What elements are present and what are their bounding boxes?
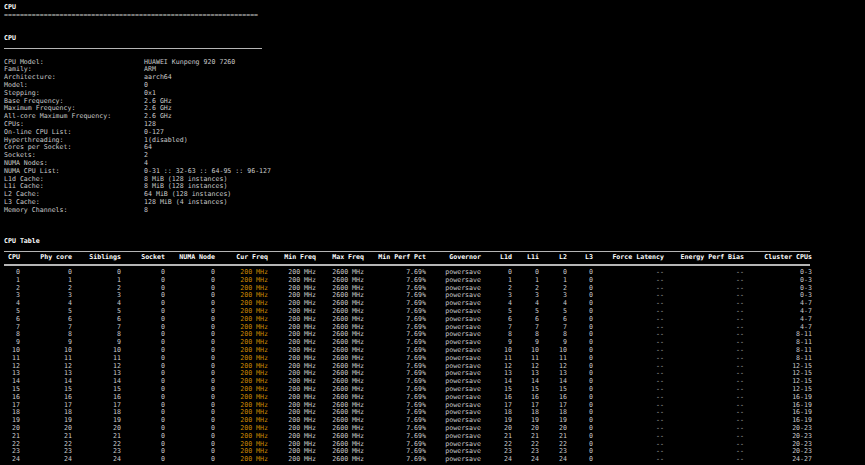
cpu-table-cell: -- <box>593 425 664 433</box>
cpu-info-field-label: All-core Maximum Frequency: <box>4 113 144 121</box>
cpu-table-cell: -- <box>664 269 744 277</box>
cpu-table-cell: -- <box>664 409 744 417</box>
cpu-info-field-value: 64 <box>144 143 152 151</box>
cpu-info-field: NUMA CPU List:0-31 :: 32-63 :: 64-95 :: … <box>4 168 865 176</box>
cpu-table-cell: 24 <box>539 456 567 464</box>
cpu-table-cell: -- <box>593 386 664 394</box>
terminal-output: CPU ====================================… <box>0 0 865 464</box>
cpu-info-field: Maximum Frequency:2.6 GHz <box>4 105 865 113</box>
cpu-table-header-cell: Cur Freq <box>215 254 268 262</box>
cpu-table-cell: -- <box>664 386 744 394</box>
cpu-table-cell: -- <box>593 433 664 441</box>
cpu-table-cell: -- <box>664 331 744 339</box>
blank-line <box>4 27 865 35</box>
cpu-table-cell: 24 <box>4 456 20 464</box>
cpu-table-cell: 24 <box>512 456 539 464</box>
cpu-table-cell: -- <box>664 441 744 449</box>
cpu-table-cell: -- <box>664 394 744 402</box>
cpu-info-field-value: aarch64 <box>144 73 172 81</box>
cpu-table-cell: 0 <box>121 402 165 410</box>
cpu-table-cell: 8 <box>72 331 121 339</box>
cpu-table-cell: -- <box>664 363 744 371</box>
cpu-table-cell: 0 <box>165 300 215 308</box>
cpu-table-cell: -- <box>593 285 664 293</box>
banner-separator: ========================================… <box>4 12 865 20</box>
cpu-info-field-value: 2.6 GHz <box>144 97 172 105</box>
cpu-table-cell: 0 <box>165 433 215 441</box>
cpu-table-cell: -- <box>664 285 744 293</box>
cpu-table-cell: 0 <box>121 433 165 441</box>
cpu-table-cell: 24 <box>20 456 72 464</box>
cpu-table-cell: -- <box>664 370 744 378</box>
cpu-info-field-value: 0x1 <box>144 89 156 97</box>
cpu-table-cell: 0 <box>165 441 215 449</box>
cpu-info-field-value: 64 MiB (128 instances) <box>144 190 231 198</box>
cpu-table-cell: -- <box>664 355 744 363</box>
cpu-table-header-cell: L3 <box>567 254 593 262</box>
cpu-table-cell: 0 <box>165 409 215 417</box>
cpu-table-cell: 7 <box>20 324 72 332</box>
cpu-table-cell: -- <box>593 339 664 347</box>
blank-line <box>4 51 865 59</box>
cpu-info-field-value: ARM <box>144 65 156 73</box>
cpu-info-field-value: 8 MiB (128 instances) <box>144 182 227 190</box>
cpu-table-cell: 0 <box>165 347 215 355</box>
cpu-table-section-title: CPU Table <box>4 238 865 246</box>
cpu-info-field: Hyperthreading:1(disabled) <box>4 137 865 145</box>
cpu-table-cell: powersave <box>426 456 481 464</box>
cpu-info-field-value: 0-31 :: 32-63 :: 64-95 :: 96-127 <box>144 167 271 175</box>
cpu-info-field: L2 Cache:64 MiB (128 instances) <box>4 191 865 199</box>
cpu-table-cell: -- <box>593 402 664 410</box>
cpu-table-cell: 0 <box>567 456 593 464</box>
cpu-table-cell: -- <box>664 308 744 316</box>
cpu-table-cell: -- <box>593 308 664 316</box>
cpu-table-cell: 1 <box>20 277 72 285</box>
cpu-table-cell: 0 <box>165 316 215 324</box>
cpu-table-cell: 0 <box>121 324 165 332</box>
cpu-table-cell: 0 <box>165 386 215 394</box>
cpu-info-field: Base Frequency:2.6 GHz <box>4 98 865 106</box>
cpu-table-header-cell: L1d <box>481 254 512 262</box>
cpu-info-field: CPUs:128 <box>4 121 865 129</box>
cpu-table-cell: -- <box>664 417 744 425</box>
blank-line <box>4 215 865 223</box>
cpu-table-cell: 200 MHz <box>215 456 268 464</box>
cpu-table-cell: 8 <box>20 331 72 339</box>
cpu-table-header-cell: Energy Perf Bias <box>664 254 744 262</box>
cpu-table-cell: 4 <box>72 300 121 308</box>
cpu-info-field-value: 2 <box>144 151 148 159</box>
cpu-table-cell: -- <box>664 425 744 433</box>
cpu-table-cell: 0 <box>165 394 215 402</box>
cpu-table-cell: 0 <box>165 370 215 378</box>
cpu-info-field-value: 2.6 GHz <box>144 112 172 120</box>
cpu-info-field: L3 Cache:128 MiB (4 instances) <box>4 199 865 207</box>
cpu-table-header-cell: Phy core <box>20 254 72 262</box>
cpu-table-cell: 0 <box>20 269 72 277</box>
cpu-info-field: NUMA Nodes:4 <box>4 160 865 168</box>
cpu-table-cell: -- <box>593 363 664 371</box>
cpu-info-field-value: 8 <box>144 206 148 214</box>
cpu-table-cell: -- <box>664 402 744 410</box>
cpu-info-field: L1d Cache:8 MiB (128 instances) <box>4 176 865 184</box>
cpu-table-cell: -- <box>593 409 664 417</box>
cpu-info-field: Cores per Socket:64 <box>4 144 865 152</box>
cpu-table-cell: -- <box>664 277 744 285</box>
cpu-table-cell: 2 <box>72 285 121 293</box>
cpu-table-cell: 0 <box>165 378 215 386</box>
cpu-table-header-cell: Socket <box>121 254 165 262</box>
cpu-info-field-value: HUAWEI Kunpeng 920 7260 <box>144 58 235 66</box>
cpu-table-cell: 5 <box>72 308 121 316</box>
cpu-table-header-cell: NUMA Node <box>165 254 215 262</box>
blank-line <box>4 230 865 238</box>
blank-line <box>4 20 865 28</box>
cpu-info-field-list: CPU Model:HUAWEI Kunpeng 920 7260Family:… <box>4 59 865 215</box>
cpu-table-cell: 4 <box>20 300 72 308</box>
cpu-table-header-cell: Siblings <box>72 254 121 262</box>
cpu-info-field: Architecture:aarch64 <box>4 74 865 82</box>
cpu-table-cell: 0 <box>165 269 215 277</box>
cpu-table-header-cell: L1i <box>512 254 539 262</box>
cpu-table-cell: -- <box>593 347 664 355</box>
cpu-table-cell: 0 <box>121 355 165 363</box>
cpu-table-cell: 0 <box>165 448 215 456</box>
cpu-table-cell: 0 <box>121 409 165 417</box>
